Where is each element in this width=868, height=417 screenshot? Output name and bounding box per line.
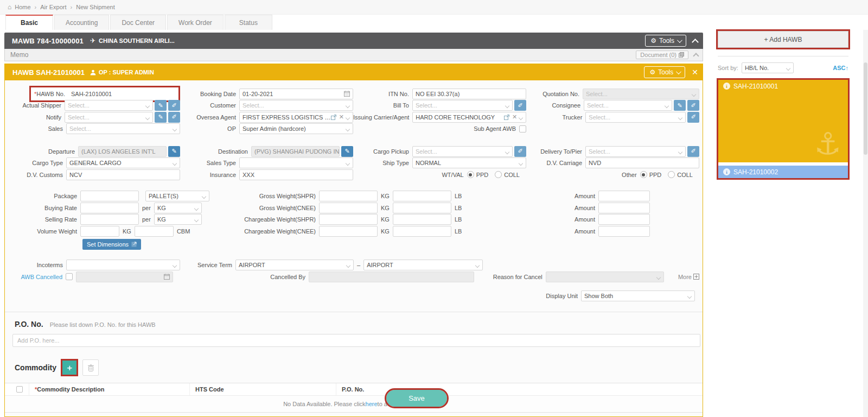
awb-cancelled-label[interactable]: AWB Cancelled (7, 274, 66, 280)
amount-label: Amount (471, 228, 598, 235)
bill-to-select[interactable]: Select... (412, 100, 513, 111)
hawb-no-input[interactable]: SAH-21010001 (68, 89, 177, 99)
chargeable-weight-shpr-kg-input[interactable] (319, 214, 378, 225)
gross-weight-shpr-amount-input[interactable] (598, 191, 650, 201)
departure-edit-button[interactable]: ✎ (168, 146, 180, 157)
wt-val-ppd-radio[interactable] (467, 171, 474, 178)
delivery-to-pier-select[interactable]: Select... (585, 146, 686, 157)
notify-quick-edit-button[interactable]: ✐ (168, 112, 180, 123)
service-term-to-select[interactable]: AIRPORT (363, 260, 483, 270)
wt-val-coll-radio[interactable] (495, 171, 502, 178)
destination-edit-button[interactable]: ✎ (341, 146, 353, 157)
sales-type-select[interactable] (239, 157, 353, 168)
consignee-edit-button[interactable]: ✎ (674, 100, 686, 111)
cargo-type-select[interactable]: GENERAL CARGO (66, 157, 180, 168)
delivery-to-pier-quick-edit-button[interactable]: ✐ (687, 146, 699, 157)
collapse-memo-icon[interactable] (693, 53, 699, 59)
insurance-input[interactable]: XXX (239, 169, 353, 180)
issuing-carrier-select[interactable]: HARD CORE TECHNOLOGY ✕ (412, 112, 526, 123)
gross-weight-shpr-kg-input[interactable] (319, 191, 378, 201)
po-section-title: P.O. No. (15, 320, 43, 328)
more-link[interactable]: More (678, 274, 699, 280)
collapse-mawb-icon[interactable] (692, 39, 699, 46)
buying-rate-unit-select[interactable]: KG (154, 203, 202, 213)
actual-shipper-select[interactable]: Select... (65, 100, 153, 111)
selling-rate-input[interactable] (80, 214, 139, 225)
chargeable-weight-cnee-amount-input[interactable] (598, 226, 650, 237)
buying-rate-input[interactable] (80, 203, 139, 213)
hawb-tools-button[interactable]: ⚙ Tools (644, 66, 685, 78)
mawb-tools-button[interactable]: ⚙ Tools (645, 35, 686, 47)
consignee-quick-edit-button[interactable]: ✐ (687, 100, 699, 111)
other-ppd-radio[interactable] (640, 171, 647, 178)
add-commodity-button[interactable]: ＋ (62, 361, 76, 375)
save-button[interactable]: Save (386, 390, 447, 407)
tab-accounting[interactable]: Accounting (54, 15, 109, 30)
chargeable-weight-shpr-amount-input[interactable] (598, 214, 650, 225)
clear-icon[interactable]: ✕ (339, 113, 344, 121)
tab-doc-center[interactable]: Doc Center (110, 15, 166, 30)
bill-to-quick-edit-button[interactable]: ✐ (514, 100, 526, 111)
selling-rate-unit-select[interactable]: KG (154, 214, 202, 225)
clear-icon[interactable]: ✕ (512, 113, 517, 121)
document-button[interactable]: Document (0) (636, 50, 688, 59)
notify-edit-button[interactable]: ✎ (155, 112, 167, 123)
ship-type-select[interactable]: NORMAL (412, 157, 526, 168)
sub-agent-awb-checkbox[interactable] (519, 125, 526, 132)
po-input[interactable] (12, 334, 700, 347)
delete-commodity-button[interactable] (82, 359, 99, 376)
trucker-quick-edit-button[interactable]: ✐ (687, 112, 699, 123)
booking-date-input[interactable]: 01-20-2021 (239, 89, 353, 99)
sales-select[interactable]: Select... (66, 123, 180, 134)
oversea-agent-select[interactable]: FIRST EXPRESS LOGISTICS INC ✕ (239, 112, 353, 123)
volume-weight-cbm-input[interactable] (135, 226, 174, 237)
actual-shipper-edit-button[interactable]: ✎ (155, 100, 167, 111)
add-hawb-button[interactable]: + Add HAWB (718, 31, 848, 48)
sort-by-select[interactable]: HB/L No. (742, 62, 794, 73)
display-unit-select[interactable]: Show Both (581, 290, 695, 301)
gross-weight-cnee-amount-input[interactable] (598, 203, 650, 213)
actual-shipper-quick-edit-button[interactable]: ✐ (168, 100, 180, 111)
tab-status[interactable]: Status (225, 15, 272, 30)
consignee-select[interactable]: Select... (584, 100, 672, 111)
sort-order-link[interactable]: ASC↑ (833, 65, 848, 71)
close-hawb-icon[interactable]: ✕ (692, 68, 698, 77)
service-term-from-select[interactable]: AIRPORT (235, 260, 354, 270)
dv-customs-input[interactable]: NCV (66, 169, 180, 180)
gross-weight-cnee-lb-input[interactable] (393, 203, 451, 213)
tab-basic[interactable]: Basic (5, 15, 53, 30)
itn-no-input[interactable]: NO EEI 30.37(a) (412, 89, 526, 99)
cargo-pickup-quick-edit-button[interactable]: ✐ (514, 146, 526, 157)
set-dimensions-button[interactable]: Set Dimensions (82, 239, 141, 250)
incoterms-select[interactable] (66, 260, 180, 270)
customer-select[interactable]: Select... (239, 100, 353, 111)
chargeable-weight-cnee-lb-input[interactable] (393, 226, 451, 237)
select-all-checkbox[interactable] (16, 386, 23, 393)
hawb-card-sah-21010001[interactable]: i SAH-21010001 ⚓ (718, 80, 848, 162)
gross-weight-shpr-lb-input[interactable] (393, 191, 451, 201)
op-select[interactable]: Super Admin (hardcore) (239, 123, 353, 134)
add-row-link[interactable]: here (366, 401, 378, 407)
info-icon[interactable]: i (723, 83, 730, 90)
trucker-select[interactable]: Select... (585, 112, 686, 123)
notify-select[interactable]: Select... (65, 112, 153, 123)
quotation-no-select[interactable]: Select... (583, 89, 699, 99)
awb-cancelled-checkbox[interactable] (66, 273, 73, 280)
dv-carriage-input[interactable]: NVD (585, 157, 699, 168)
gross-weight-cnee-kg-input[interactable] (319, 203, 378, 213)
package-qty-input[interactable] (80, 191, 139, 201)
breadcrumb-home[interactable]: Home (15, 4, 30, 10)
scrollbar-thumb[interactable] (864, 62, 867, 155)
scrollbar-track[interactable] (863, 30, 868, 417)
hawb-card-sah-21010002[interactable]: i SAH-21010002 (718, 166, 848, 178)
chargeable-weight-cnee-kg-input[interactable] (319, 226, 378, 237)
info-icon[interactable]: i (723, 168, 730, 175)
dv-carriage-label: D.V. Carriage (526, 160, 585, 166)
tab-work-order[interactable]: Work Order (167, 15, 224, 30)
breadcrumb-air-export[interactable]: Air Export (40, 4, 66, 10)
package-unit-select[interactable]: PALLET(S) (145, 191, 209, 201)
volume-weight-kg-input[interactable] (80, 226, 119, 237)
chargeable-weight-shpr-lb-input[interactable] (393, 214, 451, 225)
other-coll-radio[interactable] (668, 171, 675, 178)
cargo-pickup-select[interactable]: Select... (412, 146, 513, 157)
